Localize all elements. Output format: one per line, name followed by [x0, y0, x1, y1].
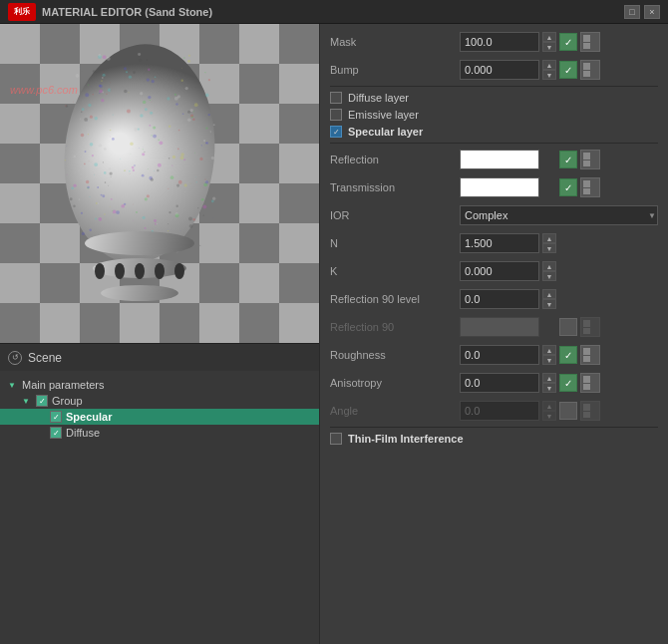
roughness-field[interactable]	[460, 345, 539, 365]
right-panel: Mask ▲ ▼ ✓ Bump	[319, 24, 668, 644]
bump-label: Bump	[330, 64, 460, 76]
n-input: ▲ ▼	[460, 233, 658, 253]
mask-spin-up[interactable]: ▲	[542, 32, 556, 42]
tree-label: Specular	[66, 411, 112, 423]
reflection90-color	[460, 317, 539, 337]
anisotropy-check[interactable]: ✓	[559, 374, 577, 392]
mask-spin-down[interactable]: ▼	[542, 42, 556, 52]
reflection-color[interactable]	[460, 150, 539, 169]
mask-input: ▲ ▼ ✓	[460, 32, 658, 52]
title-bar-left: 利乐 MATERIAL EDITOR (Sand Stone)	[8, 3, 212, 21]
roughness-check[interactable]: ✓	[559, 346, 577, 364]
anisotropy-label: Anisotropy	[330, 377, 460, 389]
n-spin-up[interactable]: ▲	[542, 233, 556, 243]
anisotropy-spin-up[interactable]: ▲	[542, 373, 556, 383]
emissive-layer-check[interactable]	[330, 109, 342, 121]
tree-label: Diffuse	[66, 427, 100, 439]
anisotropy-spinner: ▲ ▼	[542, 373, 556, 393]
transmission-row: Transmission ✓	[330, 175, 658, 199]
roughness-grid[interactable]	[580, 345, 600, 365]
diffuse-layer-label: Diffuse layer	[348, 92, 409, 104]
k-field[interactable]	[460, 261, 539, 281]
bump-spin-down[interactable]: ▼	[542, 70, 556, 80]
divider-2	[330, 143, 658, 144]
n-spin-down[interactable]: ▼	[542, 243, 556, 253]
thinfilm-check[interactable]	[330, 433, 342, 445]
diffuse-layer-check[interactable]	[330, 92, 342, 104]
mask-check[interactable]: ✓	[559, 33, 577, 51]
left-panel: www.pc6.com ↺ Scene ▼Main parameters▼✓Gr…	[0, 24, 319, 644]
reflection90-row: Reflection 90	[330, 315, 658, 339]
n-row: N ▲ ▼	[330, 231, 658, 255]
mask-spinner: ▲ ▼	[542, 32, 556, 52]
tree-item[interactable]: ✓Specular	[0, 409, 319, 425]
anisotropy-grid[interactable]	[580, 373, 600, 393]
k-spin-up[interactable]: ▲	[542, 261, 556, 271]
bump-grid[interactable]	[580, 60, 600, 80]
bump-spin-up[interactable]: ▲	[542, 60, 556, 70]
tree-item[interactable]: ▼Main parameters	[0, 377, 319, 393]
ior-select-wrapper: Complex Simple ▼	[460, 205, 658, 225]
refresh-icon[interactable]: ↺	[8, 351, 22, 365]
anisotropy-field[interactable]	[460, 373, 539, 393]
roughness-spin-down[interactable]: ▼	[542, 355, 556, 365]
reflection90level-field[interactable]	[460, 289, 539, 309]
mask-grid[interactable]	[580, 32, 600, 52]
bump-field[interactable]	[460, 60, 539, 80]
mask-label: Mask	[330, 36, 460, 48]
close-button[interactable]: ×	[644, 5, 660, 19]
mask-field[interactable]	[460, 32, 539, 52]
ior-select[interactable]: Complex Simple	[460, 205, 658, 225]
restore-button[interactable]: □	[624, 5, 640, 19]
reflection-input: ✓	[460, 150, 658, 169]
specular-layer-check[interactable]: ✓	[330, 126, 342, 138]
reflection90level-row: Reflection 90 level ▲ ▼	[330, 287, 658, 311]
tree-check[interactable]: ✓	[50, 427, 62, 439]
transmission-grid[interactable]	[580, 177, 600, 197]
reflection90-check	[559, 318, 577, 336]
angle-field	[460, 401, 539, 421]
angle-grid	[580, 401, 600, 421]
reflection90-input	[460, 317, 658, 337]
reflection90-label: Reflection 90	[330, 321, 460, 333]
reflection-row: Reflection ✓	[330, 148, 658, 171]
preview-area: www.pc6.com	[0, 24, 319, 343]
app-logo: 利乐	[8, 3, 36, 21]
n-spinner: ▲ ▼	[542, 233, 556, 253]
angle-label: Angle	[330, 405, 460, 417]
bump-check[interactable]: ✓	[559, 61, 577, 79]
bump-spinner: ▲ ▼	[542, 60, 556, 80]
tree-label: Group	[52, 395, 83, 407]
reflection90level-spin-up[interactable]: ▲	[542, 289, 556, 299]
angle-spin-down: ▼	[542, 411, 556, 421]
anisotropy-spin-down[interactable]: ▼	[542, 383, 556, 393]
reflection-check[interactable]: ✓	[559, 151, 577, 168]
preview-canvas	[0, 24, 319, 343]
k-spin-down[interactable]: ▼	[542, 271, 556, 281]
n-label: N	[330, 237, 460, 249]
k-input: ▲ ▼	[460, 261, 658, 281]
divider-3	[330, 427, 658, 428]
tree-check[interactable]: ✓	[36, 395, 48, 407]
angle-spinner: ▲ ▼	[542, 401, 556, 421]
roughness-spin-up[interactable]: ▲	[542, 345, 556, 355]
title-bar-controls: □ ×	[624, 5, 660, 19]
reflection-grid[interactable]	[580, 150, 600, 169]
ior-input: Complex Simple ▼	[460, 205, 658, 225]
roughness-row: Roughness ▲ ▼ ✓	[330, 343, 658, 367]
transmission-check[interactable]: ✓	[559, 178, 577, 196]
tree-arrow-icon: ▼	[8, 381, 18, 390]
reflection90level-spin-down[interactable]: ▼	[542, 299, 556, 309]
bump-input: ▲ ▼ ✓	[460, 60, 658, 80]
tree-item[interactable]: ▼✓Group	[0, 393, 319, 409]
n-field[interactable]	[460, 233, 539, 253]
transmission-color[interactable]	[460, 177, 539, 197]
tree-item[interactable]: ✓Diffuse	[0, 425, 319, 441]
k-row: K ▲ ▼	[330, 259, 658, 283]
ior-label: IOR	[330, 209, 460, 221]
title-bar: 利乐 MATERIAL EDITOR (Sand Stone) □ ×	[0, 0, 668, 24]
tree-check[interactable]: ✓	[50, 411, 62, 423]
k-label: K	[330, 265, 460, 277]
anisotropy-row: Anisotropy ▲ ▼ ✓	[330, 371, 658, 395]
window-title: MATERIAL EDITOR (Sand Stone)	[42, 6, 212, 18]
